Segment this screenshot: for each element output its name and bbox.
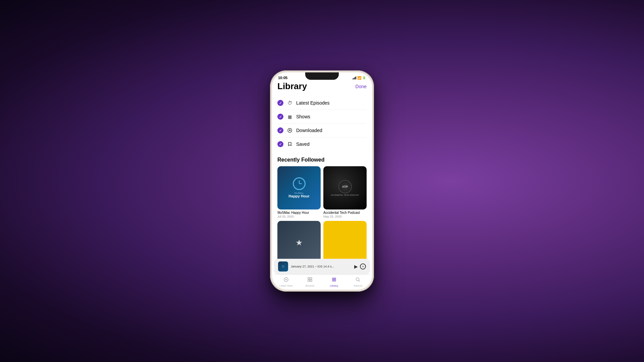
svg-rect-3 — [308, 278, 310, 279]
tab-listen-now[interactable]: Listen Now — [274, 277, 298, 287]
status-icons: 📶 🔋 — [353, 76, 366, 80]
9to5mac-artwork: 9to5Mac Happy Hour — [277, 166, 321, 209]
phone-shell: 10:05 📶 🔋 Library Done — [270, 70, 374, 292]
signal-bar-1 — [353, 78, 353, 79]
podcast-thumb-atp: ATP ACCIDENTAL TECH PODCAST — [323, 166, 367, 209]
tab-search[interactable]: Search — [346, 277, 370, 287]
signal-bar-3 — [355, 77, 355, 79]
library-item-label: Shows — [296, 114, 310, 119]
yellow-artwork — [323, 221, 367, 264]
podcast-name-9to5mac: 9to5Mac Happy Hour — [277, 211, 321, 215]
notch — [305, 72, 339, 80]
svg-rect-6 — [310, 280, 312, 282]
tab-browse[interactable]: Browse — [298, 277, 322, 287]
library-icon — [331, 277, 337, 284]
star-icon: ★ — [296, 238, 303, 247]
phone-screen: 10:05 📶 🔋 Library Done — [272, 72, 372, 290]
library-item-saved[interactable]: Saved — [277, 137, 367, 151]
tab-library[interactable]: Library — [322, 277, 346, 287]
library-item-label: Downloaded — [296, 128, 322, 133]
signal-bar-2 — [354, 78, 354, 79]
now-playing-text: January 27, 2021 – iOS 14.4 s... — [291, 265, 352, 268]
now-playing-bar[interactable]: ⏱ January 27, 2021 – iOS 14.4 s... ▶ 30 — [274, 259, 370, 274]
browse-icon — [307, 277, 313, 284]
battery-icon: 🔋 — [362, 76, 366, 79]
tab-browse-label: Browse — [306, 284, 315, 287]
screen-content: Library Done ⏱ Latest Episodes ▦ Shows — [272, 81, 372, 265]
svg-rect-9 — [332, 281, 336, 281]
play-button[interactable]: ▶ — [354, 264, 358, 269]
podcast-grid: 9to5Mac Happy Hour 9to5Mac Happy Hour Ju… — [277, 166, 367, 265]
skip-label: 30 — [362, 265, 364, 267]
library-list: ⏱ Latest Episodes ▦ Shows — [277, 96, 367, 151]
now-playing-thumbnail: ⏱ — [278, 261, 288, 272]
9to5mac-show-title: Happy Hour — [288, 194, 309, 198]
svg-rect-5 — [308, 280, 310, 282]
library-item-downloaded[interactable]: Downloaded — [277, 124, 367, 137]
atp-label: ATP — [342, 185, 348, 188]
tab-library-label: Library — [330, 284, 338, 287]
page-title: Library — [277, 81, 307, 92]
now-playing-title: January 27, 2021 – iOS 14.4 s... — [291, 265, 352, 268]
podcast-card-atp[interactable]: ATP ACCIDENTAL TECH PODCAST Accidental T… — [323, 166, 367, 218]
download-icon — [286, 127, 293, 134]
check-icon-latest-episodes — [277, 100, 283, 106]
svg-rect-7 — [332, 278, 336, 279]
atp-circle: ATP — [338, 180, 352, 193]
library-item-label: Latest Episodes — [296, 100, 330, 106]
tab-listen-now-label: Listen Now — [279, 284, 293, 287]
podcast-card-star[interactable]: ★ — [277, 221, 321, 265]
recently-followed-header: Recently Followed — [277, 157, 367, 163]
podcast-card-9to5mac[interactable]: 9to5Mac Happy Hour 9to5Mac Happy Hour Ju… — [277, 166, 321, 218]
skip-forward-button[interactable]: 30 — [360, 263, 366, 269]
header-row: Library Done — [277, 81, 367, 92]
search-icon — [355, 277, 361, 284]
check-icon-saved — [277, 141, 283, 147]
done-button[interactable]: Done — [356, 84, 367, 89]
atp-subtitle: ACCIDENTAL TECH PODCAST — [331, 194, 359, 196]
scene: 10:05 📶 🔋 Library Done — [0, 0, 644, 362]
listen-now-icon — [283, 277, 289, 284]
podcast-thumb-star: ★ — [277, 221, 321, 264]
podcast-date-9to5mac: Jul 20, 2020 — [277, 215, 321, 218]
library-item-shows[interactable]: ▦ Shows — [277, 110, 367, 124]
signal-bars-icon — [353, 76, 356, 79]
library-item-latest-episodes[interactable]: ⏱ Latest Episodes — [277, 96, 367, 110]
bookmark-icon — [286, 140, 293, 148]
tab-search-label: Search — [354, 284, 362, 287]
wifi-icon: 📶 — [357, 76, 361, 80]
tab-bar: Listen Now Browse — [274, 274, 370, 290]
clock-icon: ⏱ — [286, 99, 293, 107]
signal-bar-4 — [356, 76, 356, 79]
star-artwork: ★ — [277, 221, 321, 264]
podcast-thumb-yellow — [323, 221, 367, 264]
check-icon-downloaded — [277, 127, 283, 133]
podcast-card-yellow[interactable] — [323, 221, 367, 265]
svg-rect-8 — [332, 279, 336, 280]
svg-marker-2 — [285, 279, 287, 281]
podcast-thumb-9to5mac: 9to5Mac Happy Hour — [277, 166, 321, 209]
check-icon-shows — [277, 114, 283, 120]
now-playing-controls: ▶ 30 — [354, 263, 366, 269]
library-item-label: Saved — [296, 141, 310, 147]
grid-icon: ▦ — [286, 113, 293, 120]
9to5mac-clock-icon — [293, 177, 306, 190]
svg-rect-4 — [310, 278, 312, 279]
podcast-date-atp: May 25, 2020 — [323, 215, 367, 218]
atp-artwork: ATP ACCIDENTAL TECH PODCAST — [323, 166, 367, 209]
status-time: 10:05 — [278, 76, 287, 80]
podcast-name-atp: Accidental Tech Podcast — [323, 211, 367, 215]
